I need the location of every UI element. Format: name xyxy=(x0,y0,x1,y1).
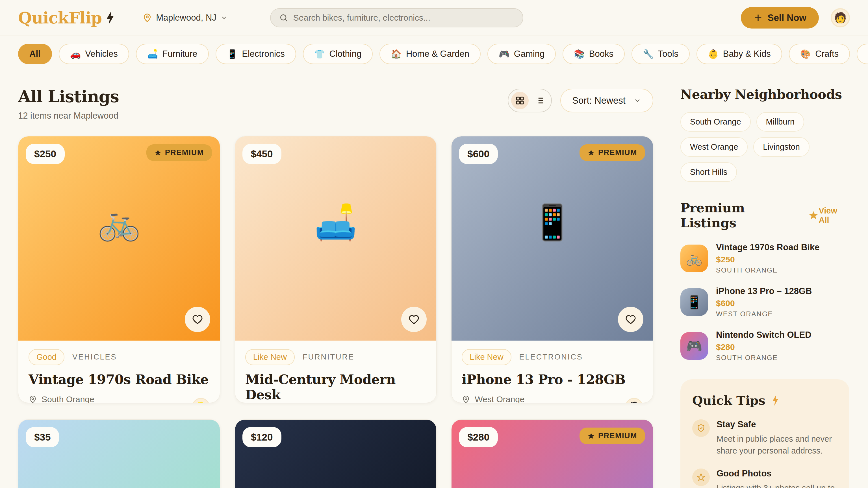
chip-livingston[interactable]: Livingston xyxy=(753,137,809,157)
category-books[interactable]: 📚Books xyxy=(563,44,625,64)
premium-item-title: Nintendo Switch OLED xyxy=(716,330,811,340)
premium-badge: PREMIUM xyxy=(580,144,645,161)
list-icon xyxy=(535,96,545,105)
avatar-emoji: 🧑 xyxy=(834,12,847,24)
quick-tips-title: Quick Tips xyxy=(692,393,766,408)
chip-south-orange[interactable]: South Orange xyxy=(680,112,751,132)
furniture-icon: 🛋️ xyxy=(147,49,158,59)
category-gaming[interactable]: 🎮Gaming xyxy=(487,44,556,64)
tip-good-photos: Good Photos Listings with 3+ photos sell… xyxy=(692,468,837,488)
books-icon: 📚 xyxy=(574,49,585,59)
sell-now-button[interactable]: Sell Now xyxy=(741,7,819,29)
favorite-button[interactable] xyxy=(618,307,643,332)
category-electronics[interactable]: 📱Electronics xyxy=(216,44,296,64)
category-home-garden[interactable]: 🏠Home & Garden xyxy=(379,44,480,64)
listing-card-row2-3[interactable]: $280 PREMIUM xyxy=(451,419,653,488)
listing-card-row2-1[interactable]: $35 xyxy=(18,419,220,488)
price-badge: $250 xyxy=(26,144,65,164)
premium-item-iphone[interactable]: 📱 iPhone 13 Pro – 128GB $600 WEST ORANGE xyxy=(680,286,849,318)
phone-emoji: 📱 xyxy=(531,205,574,239)
listing-location: West Orange xyxy=(475,394,524,403)
chip-short-hills[interactable]: Short Hills xyxy=(680,162,737,182)
electronics-icon: 📱 xyxy=(227,49,238,59)
sell-now-label: Sell Now xyxy=(767,12,806,23)
user-avatar[interactable]: 🧑 xyxy=(831,8,850,27)
condition-badge: Like New xyxy=(462,349,511,365)
premium-item-switch[interactable]: 🎮 Nintendo Switch OLED $280 SOUTH ORANGE xyxy=(680,330,849,362)
listing-card-modern-desk[interactable]: $450 🛋️ Like New FURNITURE Mid-Century M… xyxy=(235,136,437,403)
sort-dropdown[interactable]: Sort: Newest xyxy=(560,89,653,112)
chip-west-orange[interactable]: West Orange xyxy=(680,137,748,157)
category-vehicles[interactable]: 🚗Vehicles xyxy=(59,44,129,64)
app-logo: QuickFlip xyxy=(18,8,102,27)
grid-view-button[interactable] xyxy=(511,92,529,109)
seller-avatar: 🧑🏿 xyxy=(625,398,643,403)
premium-item-price: $600 xyxy=(716,298,812,308)
pin-icon xyxy=(29,395,37,403)
premium-item-title: Vintage 1970s Road Bike xyxy=(716,242,819,253)
premium-item-road-bike[interactable]: 🚲 Vintage 1970s Road Bike $250 SOUTH ORA… xyxy=(680,242,849,274)
tip-text: Meet in public places and never share yo… xyxy=(717,433,837,457)
shield-check-icon xyxy=(692,419,710,437)
grid-icon xyxy=(515,96,525,105)
condition-badge: Like New xyxy=(245,349,295,365)
chevron-down-icon xyxy=(220,14,228,22)
seller-info[interactable]: Jamie 👱 xyxy=(165,398,209,403)
star-icon xyxy=(808,210,818,221)
star-outline-icon xyxy=(692,468,710,486)
view-all-link[interactable]: View All xyxy=(818,206,849,225)
category-clothing[interactable]: 👕Clothing xyxy=(303,44,373,64)
quick-tips-card: Quick Tips Stay Safe Meet in public plac… xyxy=(680,379,849,488)
favorite-button[interactable] xyxy=(401,307,427,332)
category-label: VEHICLES xyxy=(72,353,117,361)
chip-millburn[interactable]: Millburn xyxy=(756,112,804,132)
premium-item-title: iPhone 13 Pro – 128GB xyxy=(716,286,812,296)
price-badge: $280 xyxy=(459,427,498,447)
listing-card-road-bike[interactable]: $250 PREMIUM 🚲 Good VEHICLES Vint xyxy=(18,136,220,403)
baby-icon: 👶 xyxy=(708,49,719,59)
bicycle-thumb: 🚲 xyxy=(680,245,708,272)
bicycle-emoji: 🚲 xyxy=(97,205,141,239)
category-sports[interactable]: 🏋️Sports xyxy=(857,44,868,64)
list-view-button[interactable] xyxy=(531,92,549,109)
neighborhoods-title: Nearby Neighborhoods xyxy=(680,87,849,102)
listing-card-iphone[interactable]: $600 PREMIUM 📱 Like New ELECTRONICS xyxy=(451,136,653,403)
category-all[interactable]: All xyxy=(18,44,52,64)
couch-lamp-emoji: 🛋️ xyxy=(314,205,357,239)
seller-name: Mike xyxy=(603,402,620,403)
premium-item-location: SOUTH ORANGE xyxy=(716,266,819,274)
results-count: 12 items near Maplewood xyxy=(18,111,119,121)
top-bar: QuickFlip Maplewood, NJ Sell Now 🧑 xyxy=(0,0,868,36)
premium-item-location: WEST ORANGE xyxy=(716,310,812,318)
category-label: ELECTRONICS xyxy=(519,353,583,361)
home-icon: 🏠 xyxy=(391,49,402,59)
premium-item-price: $280 xyxy=(716,342,811,352)
tip-title: Good Photos xyxy=(717,468,837,479)
premium-badge: PREMIUM xyxy=(146,144,212,161)
vehicles-icon: 🚗 xyxy=(70,49,81,59)
category-furniture[interactable]: 🛋️Furniture xyxy=(136,44,209,64)
crafts-icon: 🎨 xyxy=(800,49,811,59)
price-badge: $450 xyxy=(242,144,281,164)
category-crafts[interactable]: 🎨Crafts xyxy=(789,44,850,64)
listing-card-row2-2[interactable]: $120 xyxy=(235,419,437,488)
seller-avatar: 👱 xyxy=(192,398,210,403)
premium-listings-title: Premium Listings xyxy=(680,200,803,230)
listings-grid: $250 PREMIUM 🚲 Good VEHICLES Vint xyxy=(18,136,653,488)
lightning-bolt-icon xyxy=(771,395,780,406)
category-label: FURNITURE xyxy=(303,353,354,361)
listing-title: iPhone 13 Pro - 128GB xyxy=(462,372,643,387)
search-icon xyxy=(279,13,288,22)
clothing-icon: 👕 xyxy=(314,49,325,59)
category-tools[interactable]: 🔧Tools xyxy=(631,44,690,64)
seller-info[interactable]: Mike 🧑🏿 xyxy=(603,398,643,403)
price-badge: $120 xyxy=(242,427,281,447)
sort-label: Sort: Newest xyxy=(572,95,626,106)
chevron-down-icon xyxy=(633,97,641,104)
search-bar[interactable] xyxy=(270,8,523,27)
category-baby-kids[interactable]: 👶Baby & Kids xyxy=(696,44,782,64)
location-selector[interactable]: Maplewood, NJ xyxy=(143,13,228,23)
favorite-button[interactable] xyxy=(185,307,210,332)
search-input[interactable] xyxy=(293,13,514,23)
price-badge: $35 xyxy=(26,427,59,447)
